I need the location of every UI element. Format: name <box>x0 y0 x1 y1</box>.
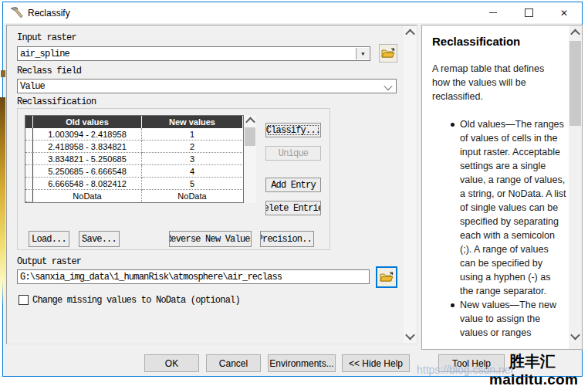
help-bullet: New values—The new value to assign the v… <box>451 298 574 340</box>
scroll-down-button[interactable] <box>569 329 582 343</box>
new-values-header[interactable]: New values <box>142 116 242 128</box>
bullet-dot <box>451 303 455 307</box>
scroll-down-button[interactable] <box>404 330 417 343</box>
output-raster-value: G:\sanxia_img_data\1_humanRisk\atmospher… <box>20 272 282 283</box>
reclassification-label: Reclassification <box>17 96 96 107</box>
scrollbar-thumb[interactable] <box>245 127 255 146</box>
reverse-new-values-button[interactable]: Reverse New Values <box>169 231 252 247</box>
unique-button[interactable]: Unique <box>265 146 321 161</box>
background-gold-tick <box>1 70 5 77</box>
output-raster-label: Output raster <box>17 256 81 267</box>
parameters-scrollbar[interactable] <box>404 26 417 343</box>
old-value-cell[interactable]: 2.418958 - 3.834821 <box>33 141 142 153</box>
watermark-chinese: 胜丰汇 <box>509 351 556 372</box>
table-scrollbar[interactable] <box>244 115 256 203</box>
help-title: Reclassification <box>432 35 520 48</box>
old-values-header[interactable]: Old values <box>33 116 142 128</box>
input-raster-value: air_spline <box>20 49 69 59</box>
help-paragraph: A remap table that defines how the value… <box>432 62 563 103</box>
remap-table[interactable]: Old values New values 1.003094 - 2.41895… <box>25 115 244 203</box>
ok-button[interactable]: OK <box>144 354 199 372</box>
row-selector[interactable] <box>25 128 33 141</box>
help-scrollbar[interactable] <box>569 25 582 349</box>
chevron-up-icon <box>570 29 580 39</box>
environments-button[interactable]: Environments... <box>268 354 336 372</box>
old-value-cell[interactable]: 6.666548 - 8.082412 <box>33 178 142 190</box>
input-raster-label: Input raster <box>17 32 76 43</box>
cancel-button[interactable]: Cancel <box>206 354 261 372</box>
table-row[interactable]: 2.418958 - 3.834821 2 <box>25 141 243 153</box>
output-raster-browse-button[interactable] <box>376 266 397 288</box>
reclass-field-value: Value <box>20 81 45 92</box>
table-row[interactable]: 3.834821 - 5.250685 3 <box>25 153 243 165</box>
save-button[interactable]: Save... <box>79 231 120 247</box>
chevron-up-icon <box>405 29 415 39</box>
chevron-down-icon <box>570 330 580 340</box>
help-bullet: Old values—The ranges of values of cells… <box>451 117 574 298</box>
add-entry-button[interactable]: Add Entry <box>265 178 321 192</box>
load-button[interactable]: Load... <box>29 231 69 247</box>
minimize-icon <box>489 12 497 13</box>
new-value-cell[interactable]: 4 <box>142 165 242 178</box>
reclass-field-combobox[interactable]: Value <box>17 79 397 93</box>
chevron-down-icon <box>405 330 415 340</box>
scroll-up-button[interactable] <box>569 25 582 39</box>
precision-button[interactable]: Precision... <box>260 231 314 247</box>
table-row[interactable]: NoData NoData <box>25 190 243 202</box>
reclass-field-label: Reclass field <box>17 66 81 76</box>
hide-help-button[interactable]: << Hide Help <box>342 354 410 372</box>
help-bullet-list: Old values—The ranges of values of cells… <box>432 117 574 340</box>
maximize-icon <box>525 8 533 17</box>
minimize-button[interactable] <box>475 2 511 23</box>
help-panel: Reclassification A remap table that defi… <box>421 25 583 350</box>
open-folder-icon <box>381 48 395 59</box>
maximize-button[interactable] <box>511 2 546 23</box>
open-folder-icon <box>380 272 394 283</box>
chevron-down-icon <box>384 83 392 91</box>
output-raster-input[interactable]: G:\sanxia_img_data\1_humanRisk\atmospher… <box>17 269 370 284</box>
bullet-dot <box>451 123 455 127</box>
close-button[interactable]: ✕ <box>546 2 582 23</box>
row-selector[interactable] <box>25 190 33 202</box>
table-row[interactable]: 5.250685 - 6.666548 4 <box>25 165 243 178</box>
row-selector[interactable] <box>25 178 33 190</box>
watermark-site: maiditu.com <box>489 371 578 386</box>
row-selector-header <box>25 116 33 128</box>
title-bar[interactable]: Reclassify ✕ <box>3 2 582 23</box>
classify-button[interactable]: Classify... <box>265 123 321 137</box>
old-value-cell[interactable]: 1.003094 - 2.418958 <box>33 128 142 141</box>
delete-entries-button[interactable]: Delete Entries <box>265 201 321 215</box>
row-selector[interactable] <box>25 153 33 165</box>
dropdown-arrow-icon: ▼ <box>361 51 363 57</box>
new-value-cell[interactable]: 3 <box>142 153 242 165</box>
table-header-row: Old values New values <box>25 116 243 128</box>
nodata-checkbox-label: Change missing values to NoData (optiona… <box>32 295 240 306</box>
tool-parameters-panel: Input raster air_spline ▼ Reclass field … <box>6 25 417 344</box>
close-icon: ✕ <box>560 8 568 18</box>
table-row[interactable]: 6.666548 - 8.082412 5 <box>25 178 243 190</box>
row-selector[interactable] <box>25 141 33 153</box>
reclassify-dialog: Reclassify ✕ Input raster air_spline ▼ R… <box>2 2 583 377</box>
table-row[interactable]: 1.003094 - 2.418958 1 <box>25 128 243 141</box>
new-value-cell[interactable]: 5 <box>142 178 242 190</box>
new-value-cell[interactable]: 2 <box>142 141 242 153</box>
scrollbar-thumb[interactable] <box>569 41 581 126</box>
hammer-icon <box>11 7 24 19</box>
old-value-cell[interactable]: NoData <box>33 190 142 202</box>
scroll-up-button[interactable] <box>404 26 417 39</box>
old-value-cell[interactable]: 3.834821 - 5.250685 <box>33 153 142 165</box>
input-raster-dropdown-button[interactable]: ▼ <box>356 48 369 59</box>
window-title: Reclassify <box>28 8 70 19</box>
new-value-cell[interactable]: 1 <box>142 128 242 141</box>
scroll-up-button[interactable] <box>244 115 256 127</box>
background-gold-artifact <box>0 97 5 306</box>
input-raster-browse-button[interactable] <box>379 44 397 63</box>
row-selector[interactable] <box>25 165 33 178</box>
input-raster-combobox[interactable]: air_spline ▼ <box>17 46 370 61</box>
nodata-checkbox[interactable] <box>19 295 29 305</box>
new-value-cell[interactable]: NoData <box>142 190 242 202</box>
old-value-cell[interactable]: 5.250685 - 6.666548 <box>33 165 142 178</box>
chevron-up-icon <box>245 117 255 127</box>
